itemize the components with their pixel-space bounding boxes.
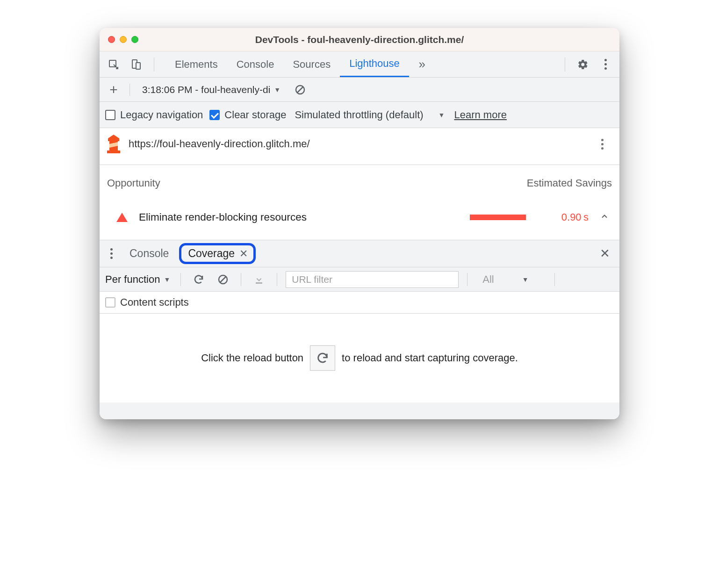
main-toolbar: Elements Console Sources Lighthouse » [100, 51, 619, 78]
coverage-empty-state: Click the reload button to reload and st… [100, 314, 619, 402]
content-scripts-row: Content scripts [100, 292, 619, 314]
fail-triangle-icon [116, 213, 128, 222]
report-menu-kebab-icon[interactable] [595, 139, 609, 150]
toolbar-divider [554, 273, 555, 286]
title-bar: DevTools - foul-heavenly-direction.glitc… [100, 28, 619, 51]
url-filter-input[interactable] [286, 271, 459, 288]
savings-column-label: Estimated Savings [527, 177, 612, 189]
panel-tabs: Elements Console Sources Lighthouse [165, 51, 409, 77]
toolbar-divider [467, 273, 467, 286]
coverage-toolbar: Per function ▼ All ▼ [100, 267, 619, 292]
tab-elements[interactable]: Elements [165, 51, 227, 77]
device-toggle-icon[interactable] [127, 55, 145, 74]
dropdown-caret-icon: ▼ [522, 276, 529, 283]
window-title: DevTools - foul-heavenly-direction.glitc… [100, 34, 619, 45]
toolbar-divider [129, 84, 130, 96]
svg-rect-2 [136, 63, 140, 69]
tab-sources[interactable]: Sources [283, 51, 340, 77]
type-filter-selector[interactable]: All ▼ [476, 273, 546, 286]
savings-bar [470, 215, 535, 220]
toolbar-divider [241, 273, 241, 286]
close-window-button[interactable] [108, 36, 115, 43]
dropdown-caret-icon: ▼ [274, 86, 280, 93]
more-tabs-icon[interactable]: » [413, 55, 431, 74]
devtools-window: DevTools - foul-heavenly-direction.glitc… [100, 28, 619, 419]
toolbar-divider [154, 57, 154, 72]
opportunities-section: Opportunity Estimated Savings Eliminate … [100, 165, 619, 240]
clear-icon[interactable] [291, 80, 309, 99]
drawer-menu-kebab-icon[interactable] [105, 248, 117, 259]
toolbar-divider [565, 57, 565, 72]
svg-marker-5 [108, 135, 119, 141]
legacy-navigation-label: Legacy navigation [120, 109, 203, 121]
granularity-selector[interactable]: Per function ▼ [103, 273, 172, 286]
tab-console[interactable]: Console [227, 51, 284, 77]
export-icon [250, 270, 268, 289]
granularity-label: Per function [105, 273, 160, 286]
close-tab-icon[interactable]: ✕ [239, 248, 248, 260]
clear-icon[interactable] [214, 270, 232, 289]
checkbox-icon [105, 110, 115, 120]
dropdown-caret-icon[interactable]: ▼ [439, 111, 445, 119]
coverage-hint-post: to reload and start capturing coverage. [342, 352, 518, 364]
reload-button[interactable] [310, 345, 335, 371]
bottom-bar [100, 402, 619, 419]
learn-more-link[interactable]: Learn more [454, 109, 507, 121]
content-scripts-label: Content scripts [120, 296, 189, 308]
report-selector[interactable]: 3:18:06 PM - foul-heavenly-di ▼ [137, 82, 285, 97]
lighthouse-options-row: Legacy navigation Clear storage Simulate… [100, 102, 619, 128]
drawer-tab-coverage-label: Coverage [188, 247, 235, 260]
close-drawer-icon[interactable]: ✕ [596, 244, 614, 263]
new-report-button[interactable]: + [105, 82, 122, 98]
lighthouse-report-toolbar: + 3:18:06 PM - foul-heavenly-di ▼ [100, 78, 619, 102]
clear-storage-checkbox[interactable]: Clear storage [209, 109, 286, 121]
opportunity-row[interactable]: Eliminate render-blocking resources 0.90… [100, 201, 619, 240]
checkbox-checked-icon [209, 110, 220, 120]
chevron-up-icon[interactable] [600, 211, 609, 224]
type-filter-label: All [482, 273, 494, 286]
main-menu-kebab-icon[interactable] [596, 55, 615, 74]
tab-lighthouse[interactable]: Lighthouse [340, 51, 409, 77]
window-controls [108, 36, 138, 43]
throttling-selector[interactable]: Simulated throttling (default) [295, 109, 423, 121]
url-filter-wrapper [286, 271, 459, 288]
drawer-tab-coverage[interactable]: Coverage ✕ [179, 243, 256, 264]
clear-storage-label: Clear storage [224, 109, 286, 121]
drawer-tab-console[interactable]: Console [125, 244, 173, 263]
toolbar-divider [277, 273, 277, 286]
dropdown-caret-icon: ▼ [164, 276, 170, 283]
svg-line-10 [220, 277, 226, 282]
savings-value: 0.90 s [546, 211, 589, 223]
report-selector-label: 3:18:06 PM - foul-heavenly-di [142, 84, 270, 95]
settings-gear-icon[interactable] [574, 55, 592, 74]
opportunity-column-label: Opportunity [107, 177, 160, 189]
lighthouse-url-row: https://foul-heavenly-direction.glitch.m… [100, 128, 619, 165]
inspect-element-icon[interactable] [104, 55, 123, 74]
lighthouse-logo-icon [105, 135, 122, 153]
checkbox-icon [105, 297, 115, 308]
minimize-window-button[interactable] [120, 36, 127, 43]
audited-url: https://foul-heavenly-direction.glitch.m… [129, 138, 589, 150]
content-scripts-checkbox[interactable]: Content scripts [105, 296, 189, 308]
opportunity-label: Eliminate render-blocking resources [139, 211, 459, 223]
zoom-window-button[interactable] [131, 36, 138, 43]
svg-line-4 [297, 87, 303, 93]
coverage-hint-pre: Click the reload button [201, 352, 303, 364]
opportunities-header: Opportunity Estimated Savings [100, 165, 619, 201]
drawer-tabbar: Console Coverage ✕ ✕ [100, 240, 619, 267]
svg-rect-11 [256, 282, 262, 284]
svg-rect-8 [107, 151, 120, 153]
throttling-label: Simulated throttling (default) [295, 109, 423, 121]
reload-icon[interactable] [189, 270, 208, 289]
toolbar-divider [180, 273, 181, 286]
legacy-navigation-checkbox[interactable]: Legacy navigation [105, 109, 203, 121]
